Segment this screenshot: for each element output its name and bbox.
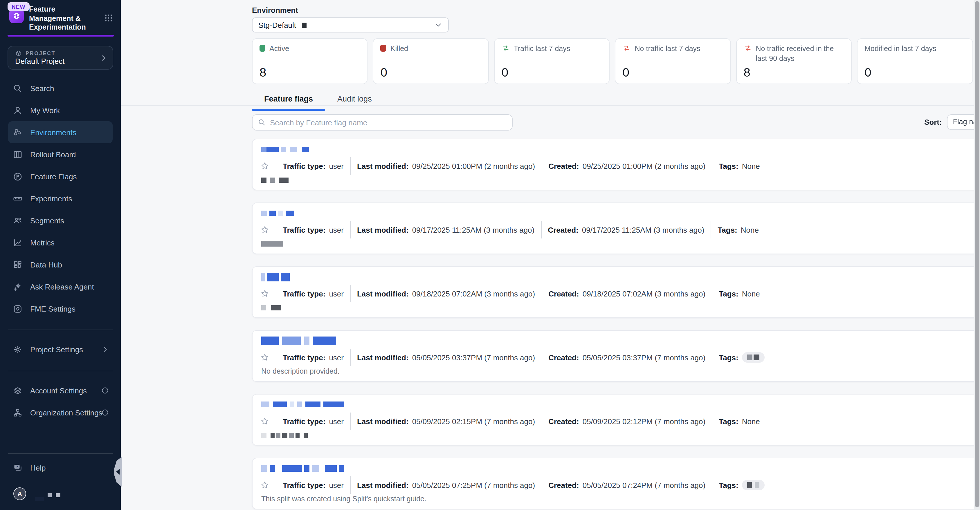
description-redacted [261, 305, 281, 310]
sidebar-item-segments[interactable]: Segments [8, 210, 113, 232]
sidebar-item-project-settings[interactable]: Project Settings [8, 338, 113, 360]
stat-value: 0 [623, 65, 629, 79]
sidebar-item-metrics[interactable]: Metrics [8, 232, 113, 254]
star-icon[interactable] [260, 161, 269, 171]
flag-description [261, 240, 283, 247]
flag-meta-row: Traffic type:userLast modified:05/05/202… [260, 476, 980, 494]
last-modified-label-group: Last modified:09/18/2025 07:02AM (3 mont… [357, 289, 535, 298]
gear-icon [13, 344, 23, 354]
meta-separator [276, 349, 276, 366]
tab-feature-flags[interactable]: Feature flags [252, 92, 325, 106]
last-modified-label-group: Last modified:05/05/2025 03:37PM (7 mont… [357, 353, 535, 362]
flag-search-input[interactable] [270, 118, 507, 127]
created-label: Created: [548, 353, 579, 362]
feature-flag-row[interactable]: Traffic type:userLast modified:09/25/202… [252, 139, 980, 190]
sidebar-item-account-settings[interactable]: Account Settings [8, 380, 113, 402]
feature-flag-row[interactable]: Traffic type:userLast modified:05/05/202… [252, 458, 980, 509]
redacted-icon [56, 493, 60, 497]
feature-flag-row[interactable]: Traffic type:userLast modified:09/17/202… [252, 202, 980, 254]
flag-meta-row: Traffic type:userLast modified:05/05/202… [260, 348, 980, 367]
feature-flag-row[interactable]: Traffic type:userLast modified:05/09/202… [252, 394, 980, 446]
last-modified-label: Last modified: [357, 353, 409, 362]
page-scrollbar[interactable] [974, 0, 980, 510]
diamond-square-icon [13, 304, 23, 314]
star-icon[interactable] [260, 416, 269, 426]
tags-label-group: Tags:None [719, 162, 760, 170]
ruler-icon [13, 194, 23, 203]
sidebar-item-data-hub[interactable]: Data Hub [8, 254, 113, 276]
project-selector[interactable]: PROJECT Default Project [8, 46, 113, 70]
redacted-username [35, 497, 44, 501]
environment-select[interactable]: Stg-Default [252, 17, 449, 32]
page-scrollbar-thumb[interactable] [975, 1, 979, 507]
flag-description: This split was created using Split's qui… [261, 496, 426, 502]
traffic-arrows-icon [502, 44, 510, 52]
hexagons-icon [13, 127, 23, 137]
meta-separator [541, 157, 542, 175]
star-icon[interactable] [260, 353, 269, 362]
search-icon [13, 83, 23, 93]
chart-line-icon [13, 238, 23, 248]
sidebar-item-label: Segments [30, 216, 64, 225]
info-icon [101, 408, 109, 416]
flag-title-redacted [261, 465, 344, 472]
sidebar-item-rollout-board[interactable]: Rollout Board [8, 143, 113, 165]
flag-description: No description provided. [261, 368, 340, 375]
search-icon [258, 118, 266, 127]
tab-audit-logs[interactable]: Audit logs [325, 92, 384, 106]
meta-separator [712, 285, 712, 302]
created-label-group: Created:05/05/2025 07:24PM (7 months ago… [548, 481, 705, 489]
traffic-type-label-group: Traffic type:user [283, 481, 344, 489]
traffic-type-label-group: Traffic type:user [283, 417, 344, 426]
sidebar-item-my-work[interactable]: My Work [8, 99, 113, 121]
sidebar-item-ask-release-agent[interactable]: Ask Release Agent [8, 276, 113, 298]
sidebar-item-search[interactable]: Search [8, 77, 113, 99]
feature-flag-row[interactable]: Traffic type:userLast modified:05/05/202… [252, 330, 980, 382]
sidebar-item-environments[interactable]: Environments [8, 121, 113, 143]
sidebar-item-experiments[interactable]: Experiments [8, 187, 113, 210]
stat-value: 8 [259, 65, 266, 79]
meta-separator [350, 221, 351, 238]
stat-card: Traffic last 7 days0 [494, 38, 610, 84]
traffic-type-label: Traffic type: [283, 289, 325, 298]
feature-flag-row[interactable]: Traffic type:userLast modified:09/18/202… [252, 266, 980, 318]
sidebar-item-fme-settings[interactable]: FME Settings [8, 298, 113, 320]
org-tree-icon [13, 408, 23, 418]
star-icon[interactable] [260, 480, 269, 490]
traffic-arrows-icon [743, 44, 751, 52]
sidebar-item-help[interactable]: ?Help [8, 457, 113, 479]
sidebar-item-feature-flags[interactable]: Feature Flags [8, 165, 113, 187]
traffic-type-value: user [329, 417, 344, 426]
tab-label: Audit logs [337, 94, 372, 103]
flag-description [261, 432, 308, 439]
last-modified-label-group: Last modified:09/25/2025 01:00PM (2 mont… [357, 162, 535, 170]
environment-label: Environment [252, 6, 298, 14]
star-icon[interactable] [260, 289, 269, 298]
sidebar-item-label: Experiments [30, 194, 72, 203]
flag-title-redacted [261, 336, 336, 345]
last-modified-value: 09/18/2025 07:02AM (3 months ago) [412, 289, 535, 298]
meta-separator [350, 349, 351, 366]
created-value: 09/17/2025 11:25AM (3 months ago) [582, 226, 705, 234]
sidebar-item-organization-settings[interactable]: Organization Settings [8, 402, 113, 424]
created-label: Created: [548, 481, 579, 489]
sidebar-item-label: Project Settings [30, 345, 83, 354]
created-label-group: Created:05/05/2025 03:37PM (7 months ago… [548, 353, 705, 362]
meta-separator [276, 157, 276, 175]
last-modified-label: Last modified: [357, 289, 409, 298]
traffic-type-label-group: Traffic type:user [283, 289, 344, 298]
flag-meta-row: Traffic type:userLast modified:09/18/202… [260, 284, 980, 303]
tab-label: Feature flags [264, 94, 313, 103]
info-icon [101, 386, 109, 394]
flag-search [252, 114, 513, 130]
star-icon[interactable] [260, 225, 269, 234]
tags-label-group: Tags: [719, 480, 764, 490]
meta-separator [276, 413, 276, 430]
status-square-icon [259, 44, 265, 52]
project-eyebrow-label: PROJECT [25, 51, 56, 56]
grid-dots-icon[interactable] [104, 13, 113, 22]
stat-card: No traffic received in the last 90 days8 [736, 38, 852, 84]
tag-redacted-blocks [747, 354, 759, 360]
avatar[interactable]: A [13, 488, 26, 500]
description-redacted [261, 177, 288, 183]
